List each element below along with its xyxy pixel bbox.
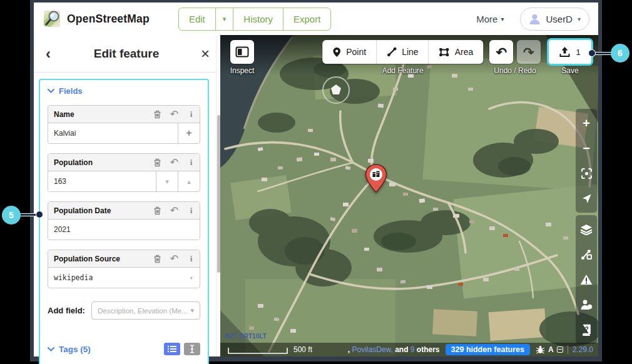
recent-edits-attribution: , PovilasDew, and 9 others — [348, 345, 440, 354]
name-input[interactable] — [48, 123, 178, 143]
app-title: OpenStreetMap — [67, 13, 150, 26]
chevron-down-icon — [48, 89, 54, 93]
edit-button[interactable]: Edit — [179, 8, 215, 30]
chevron-down-icon: ▾ — [190, 306, 194, 315]
statusbar-divider — [568, 345, 568, 354]
trash-icon[interactable] — [149, 106, 166, 123]
trash-icon[interactable] — [149, 154, 166, 171]
map-status-bar: 500 ft , PovilasDew, and 9 others 329 hi… — [220, 343, 598, 356]
chevron-down-icon: ▾ — [578, 16, 581, 23]
preferences-button[interactable] — [576, 292, 597, 317]
zoom-to-selection-button[interactable] — [576, 161, 597, 186]
undo-field-icon[interactable]: ↶ — [166, 154, 183, 171]
svg-text:?: ? — [584, 326, 588, 333]
sidebar-scrollbar[interactable] — [216, 35, 220, 356]
inspect-tool: Inspect — [226, 40, 258, 75]
edit-dropdown-caret-icon[interactable]: ▾ — [215, 8, 233, 30]
info-icon[interactable]: i — [183, 106, 200, 123]
imagery-attribution: NZT ORT10LT — [225, 333, 267, 340]
hidden-features-badge[interactable]: 329 hidden features — [446, 344, 530, 355]
callout-6-connector — [594, 53, 612, 54]
undo-redo-tools: ↶ ↷ Undo / Redo — [489, 40, 541, 75]
undo-redo-label: Undo / Redo — [489, 66, 541, 75]
save-button[interactable]: 1 — [549, 40, 591, 64]
zoom-out-button[interactable]: − — [576, 136, 597, 161]
info-icon[interactable]: i — [183, 202, 200, 219]
inspect-panel-icon — [235, 46, 249, 58]
add-translation-button[interactable]: + — [178, 123, 200, 143]
tag-list-view-button[interactable] — [164, 343, 180, 355]
text-cursor-icon — [189, 345, 195, 353]
field-card-name: Name ↶ i + — [48, 105, 200, 144]
add-point-button[interactable]: Point — [322, 40, 376, 64]
chevron-down-icon — [48, 347, 54, 351]
undo-button[interactable]: ↶ — [489, 40, 513, 64]
add-field-placeholder: Description, Elevation (Me... — [98, 307, 188, 315]
callout-5-dot — [36, 211, 43, 218]
undo-field-icon[interactable]: ↶ — [166, 106, 183, 123]
help-book-icon: ? — [581, 324, 591, 336]
increment-button[interactable]: ▴ — [178, 171, 200, 191]
editor-user-link[interactable]: PovilasDew, — [352, 345, 392, 354]
point-icon — [332, 47, 341, 58]
translate-icon: A — [548, 345, 554, 354]
redo-icon: ↷ — [523, 46, 534, 59]
issues-button[interactable] — [576, 267, 597, 292]
population-source-combobox[interactable]: wikipedia ▾ — [48, 268, 200, 288]
undo-icon: ↶ — [496, 46, 507, 59]
add-feature-label: Add Feature — [322, 66, 483, 75]
more-label: More — [476, 14, 497, 24]
aerial-imagery[interactable] — [220, 35, 598, 356]
redo-button[interactable]: ↷ — [517, 40, 541, 64]
add-area-button[interactable]: Area — [429, 40, 484, 64]
help-button[interactable]: ? — [576, 317, 597, 342]
export-button[interactable]: Export — [283, 8, 330, 30]
undo-field-icon[interactable]: ↶ — [166, 202, 183, 219]
zoom-in-button[interactable]: + — [576, 111, 597, 136]
history-button[interactable]: History — [233, 8, 283, 30]
add-field-label: Add field: — [48, 306, 85, 315]
add-line-button[interactable]: Line — [376, 40, 428, 64]
tag-text-view-button[interactable] — [184, 343, 200, 355]
fields-section-toggle[interactable]: Fields — [48, 86, 200, 96]
geolocate-button[interactable] — [576, 186, 597, 211]
info-icon[interactable]: i — [183, 154, 200, 171]
decrement-button[interactable]: ▾ — [156, 171, 178, 191]
user-menu-button[interactable]: UserD ▾ — [520, 8, 589, 31]
scale-ruler-icon — [228, 347, 288, 354]
report-issue-button[interactable]: A — [536, 345, 563, 354]
map-zoom-controls: + − — [576, 109, 597, 213]
population-input[interactable] — [48, 171, 156, 191]
version-link[interactable]: 2.29.0 — [573, 345, 593, 354]
background-settings-button[interactable] — [576, 217, 597, 242]
trash-icon[interactable] — [149, 202, 166, 219]
undo-field-icon[interactable]: ↶ — [166, 250, 183, 267]
callout-5-badge: 5 — [2, 206, 21, 225]
list-view-icon — [167, 345, 177, 353]
add-field-combobox[interactable]: Description, Elevation (Me... ▾ — [91, 301, 200, 320]
line-icon — [387, 47, 397, 57]
map-data-button[interactable] — [576, 242, 597, 267]
field-label: Population — [48, 158, 149, 167]
inspect-button[interactable] — [230, 40, 254, 64]
screenshot-stage: OpenStreetMap Edit ▾ History Export More… — [0, 0, 632, 364]
tags-section-toggle[interactable]: Tags (5) — [48, 345, 91, 354]
population-date-input[interactable] — [48, 220, 200, 240]
trash-icon[interactable] — [149, 250, 166, 267]
field-label: Name — [48, 110, 149, 119]
cjk-glyph-icon — [557, 346, 563, 353]
upload-icon — [559, 46, 570, 58]
more-menu-button[interactable]: More ▾ — [476, 14, 504, 24]
others-count-link[interactable]: 9 — [410, 345, 415, 354]
fields-section-highlighted: Fields Name ↶ i — [39, 79, 209, 364]
avatar-icon — [529, 13, 541, 25]
field-card-population: Population ↶ i ▾ ▴ — [48, 153, 200, 192]
map-canvas[interactable]: Inspect Point — [220, 35, 598, 356]
zoom-to-selection-icon — [581, 168, 593, 179]
back-chevron-icon[interactable]: ‹ — [34, 46, 63, 61]
edit-feature-panel: ‹ Edit feature × Fields — [34, 35, 220, 356]
bug-icon — [536, 345, 545, 354]
info-icon[interactable]: i — [183, 250, 200, 267]
callout-5-connector — [19, 214, 38, 216]
map-marker-pin[interactable] — [364, 163, 389, 195]
